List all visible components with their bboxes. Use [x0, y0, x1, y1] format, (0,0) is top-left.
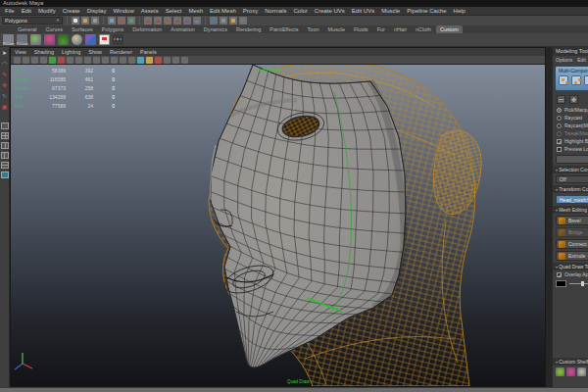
paint-select-tool[interactable]: ✎: [1, 71, 9, 78]
plant-icon[interactable]: [58, 34, 69, 45]
menu-select[interactable]: Select: [166, 8, 182, 14]
option-pick-marquee[interactable]: Pick/Marquee: [553, 106, 588, 114]
open-scene-icon[interactable]: [81, 17, 89, 24]
screen-space-ao-icon[interactable]: [181, 57, 188, 64]
resolution-gate-icon[interactable]: [93, 57, 100, 64]
connect-button[interactable]: Connect: [556, 239, 588, 249]
plane-cam-icon[interactable]: P.Cam: [17, 34, 27, 45]
bridge-button[interactable]: Bridge: [556, 227, 588, 237]
rotate-tool[interactable]: ↻: [1, 92, 9, 100]
select-button[interactable]: Select: [556, 155, 588, 164]
snap-plane-icon[interactable]: [173, 17, 181, 24]
shelf-tab-custom[interactable]: Custom: [436, 25, 463, 33]
selection-constraint-value[interactable]: Off: [556, 175, 588, 183]
image-plane-icon[interactable]: [49, 57, 56, 64]
menu-edit-uvs[interactable]: Edit UVs: [352, 8, 374, 14]
extrude-button[interactable]: Extrude: [556, 251, 588, 261]
select-camera-icon[interactable]: [14, 57, 21, 64]
bevel-button[interactable]: Bevel: [556, 216, 588, 225]
shelf-tab-muscle[interactable]: Muscle: [324, 25, 349, 33]
menu-display[interactable]: Display: [87, 8, 107, 14]
uv-checker-icon[interactable]: [85, 34, 96, 45]
gate-mask-icon[interactable]: [102, 57, 109, 64]
select-by-object-icon[interactable]: [118, 17, 125, 24]
shaded-icon[interactable]: [146, 57, 153, 64]
shelf-tab-fluids[interactable]: Fluids: [350, 25, 372, 33]
layout-persp-outliner-button[interactable]: [1, 152, 9, 159]
select-by-component-icon[interactable]: [127, 17, 135, 24]
shelf-tab-painteffects[interactable]: PaintEffects: [266, 25, 302, 33]
safe-action-icon[interactable]: [120, 57, 126, 64]
mesh-editing-header[interactable]: Mesh Editing Tools: [553, 206, 588, 214]
shelf-tab-animation[interactable]: Animation: [167, 25, 198, 33]
flower-red-icon[interactable]: [566, 368, 575, 376]
menu-pipeline-cache[interactable]: Pipeline Cache: [407, 8, 446, 14]
vp-menu-show[interactable]: Show: [88, 49, 102, 55]
lock-camera-icon[interactable]: [23, 57, 29, 64]
plane-cam-icon[interactable]: P.Cam: [3, 34, 14, 45]
shelf-tab-general[interactable]: General: [14, 25, 41, 33]
option-tweak-marquee[interactable]: Tweak/Marquee: [553, 129, 588, 137]
color-dots-icon[interactable]: [113, 34, 123, 45]
select-tool[interactable]: ➤: [1, 49, 9, 57]
vp-menu-lighting[interactable]: Lighting: [62, 49, 80, 55]
safe-title-icon[interactable]: [128, 57, 135, 64]
timeline-strip[interactable]: [0, 387, 588, 392]
menu-proxy[interactable]: Proxy: [243, 8, 258, 14]
face-select-icon[interactable]: [584, 75, 588, 85]
layout-hypergraph-button[interactable]: [1, 162, 9, 169]
vertex-select-icon[interactable]: [559, 75, 568, 85]
shelf-tab-rendering[interactable]: Rendering: [232, 25, 265, 33]
lasso-tool[interactable]: ◠: [1, 60, 9, 68]
multi-component-button[interactable]: Multi-Component: [555, 66, 588, 91]
menu-edit[interactable]: Edit: [22, 8, 31, 14]
menu-assets[interactable]: Assets: [141, 8, 159, 14]
select-by-hierarchy-icon[interactable]: [108, 17, 116, 24]
menu-color[interactable]: Color: [293, 8, 307, 14]
use-all-lights-icon[interactable]: [164, 57, 171, 64]
transform-constraint-header[interactable]: Transform Constraint: [553, 185, 588, 193]
snap-view-icon[interactable]: [183, 17, 191, 24]
snap-curve-icon[interactable]: [154, 17, 162, 24]
snap-grid-icon[interactable]: [144, 17, 152, 24]
shelf-tab-nhair[interactable]: nHair: [390, 25, 411, 33]
bookmark-icon[interactable]: [40, 57, 47, 64]
shelf-tab-fur[interactable]: Fur: [373, 25, 389, 33]
menu-window[interactable]: Window: [113, 8, 133, 14]
vp-menu-renderer[interactable]: Renderer: [110, 49, 132, 55]
menu-normals[interactable]: Normals: [265, 8, 286, 14]
layout-two-pane-button[interactable]: [1, 142, 9, 149]
construction-history-icon[interactable]: [210, 17, 218, 24]
color-swatch[interactable]: [556, 280, 566, 287]
menu-mesh[interactable]: Mesh: [188, 8, 203, 14]
perspective-viewport[interactable]: View Shading Lighting Show Renderer Pane…: [10, 47, 546, 387]
quad-draw-header[interactable]: Quad Draw Tool: [553, 263, 588, 270]
flower-red-icon[interactable]: [44, 34, 55, 45]
new-scene-icon[interactable]: [72, 17, 79, 24]
menu-muscle[interactable]: Muscle: [381, 8, 400, 14]
shelf-tab-curves[interactable]: Curves: [42, 25, 67, 33]
panel-menu-edit[interactable]: Edit: [577, 57, 586, 63]
render-icon[interactable]: [220, 17, 227, 24]
live-surface-field[interactable]: Head_mesh:Mesh: [556, 195, 588, 204]
selection-constraint-header[interactable]: Selection Constraint: [553, 166, 588, 173]
opacity-slider[interactable]: [569, 283, 588, 284]
shelf-tab-ncloth[interactable]: nCloth: [412, 25, 435, 33]
wireframe-icon[interactable]: [137, 57, 144, 64]
marquee-icon[interactable]: ▭: [557, 95, 565, 104]
menu-edit-mesh[interactable]: Edit Mesh: [210, 8, 236, 14]
film-gate-icon[interactable]: [84, 57, 91, 64]
menu-set-dropdown[interactable]: Polygons ▼: [2, 17, 63, 24]
vp-menu-panels[interactable]: Panels: [140, 49, 157, 55]
grease-pencil-icon[interactable]: [67, 57, 74, 64]
option-raycast[interactable]: Raycast: [553, 114, 588, 122]
save-scene-icon[interactable]: [91, 17, 99, 24]
layout-outliner-persp-button[interactable]: [1, 172, 9, 178]
vp-menu-view[interactable]: View: [15, 49, 26, 55]
shelf-tab-toon[interactable]: Toon: [304, 25, 323, 33]
earth-sphere-icon[interactable]: [72, 34, 82, 45]
panel-menu-options[interactable]: Options: [556, 57, 572, 63]
shelf-tab-polygons[interactable]: Polygons: [98, 25, 128, 33]
2d-pan-zoom-icon[interactable]: [58, 57, 65, 64]
ipr-render-icon[interactable]: [229, 17, 237, 24]
